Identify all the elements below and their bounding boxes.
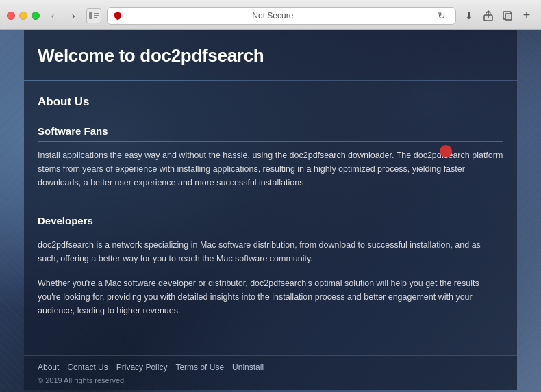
footer-link-contact[interactable]: Contact Us [67,363,108,372]
developers-title: Developers [38,215,503,231]
close-button[interactable] [7,12,15,20]
svg-rect-3 [94,17,97,18]
about-section-title: About Us [38,95,503,114]
svg-rect-2 [94,15,99,16]
site-footer: About Contact Us Privacy Policy Terms of… [24,355,517,390]
svg-rect-0 [89,12,92,19]
site-title: Welcome to doc2pdfsearch [38,45,503,66]
footer-link-about[interactable]: About [38,363,59,372]
browser-chrome: ‹ › Not Secure — ↻ ⬇ [0,0,541,30]
site-main: About Us Software Fans Install applicati… [24,81,517,355]
site-container: Welcome to doc2pdfsearch About Us Softwa… [14,30,527,390]
back-button[interactable]: ‹ [45,8,60,23]
download-icon[interactable]: ⬇ [462,8,477,23]
footer-links: About Contact Us Privacy Policy Terms of… [38,363,503,372]
section-divider [38,202,503,202]
svg-rect-1 [94,13,99,14]
website-wrapper: Welcome to doc2pdfsearch About Us Softwa… [0,30,541,392]
address-bar[interactable]: Not Secure — ↻ [107,7,456,25]
footer-link-uninstall[interactable]: Uninstall [232,363,264,372]
traffic-lights [7,12,40,20]
red-dot-decoration [440,145,452,157]
software-fans-title: Software Fans [38,125,503,142]
footer-link-privacy[interactable]: Privacy Policy [116,363,168,372]
reader-mode-button[interactable] [86,8,101,23]
toolbar-right: ⬇ + [462,8,534,23]
developers-body2: Whether you're a Mac software developer … [38,276,503,317]
forward-button[interactable]: › [66,8,81,23]
share-icon[interactable] [481,8,496,23]
url-text: Not Secure — [125,11,431,21]
developers-body1: doc2pdfsearch is a network specializing … [38,238,503,265]
maximize-button[interactable] [32,12,40,20]
reload-button[interactable]: ↻ [435,9,449,23]
footer-copyright: © 2019 All rights reserved. [38,376,503,384]
footer-link-terms[interactable]: Terms of Use [175,363,224,372]
developers-section: Developers doc2pdfsearch is a network sp… [38,215,503,317]
site-header: Welcome to doc2pdfsearch [24,30,517,80]
software-fans-body: Install applications the easy way and wi… [38,148,503,190]
new-window-icon[interactable] [500,8,515,23]
software-fans-section: Software Fans Install applications the e… [38,125,503,190]
security-indicator [114,12,121,20]
add-tab-icon[interactable]: + [519,8,534,23]
minimize-button[interactable] [19,12,27,20]
svg-rect-6 [505,14,512,20]
